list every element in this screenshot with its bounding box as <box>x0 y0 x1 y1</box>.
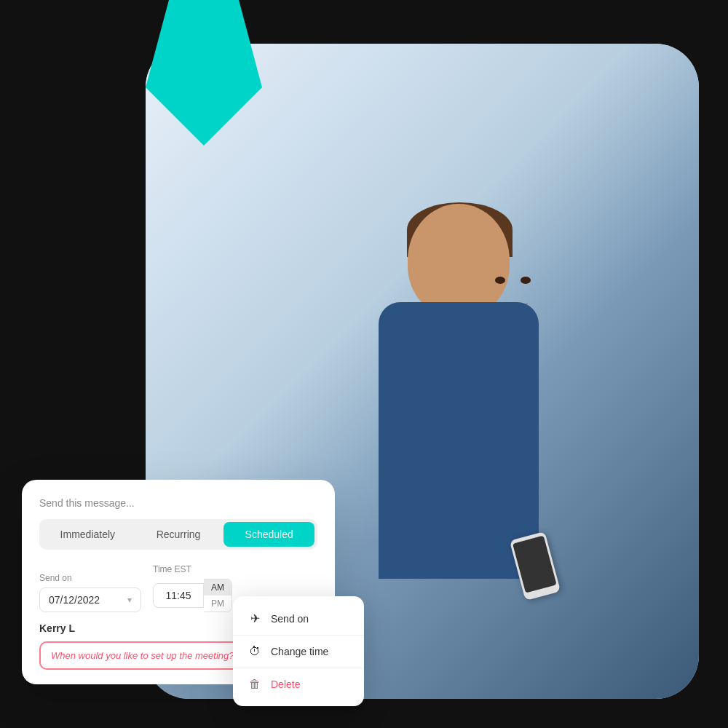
time-label: Time EST <box>153 564 232 574</box>
person-phone <box>510 531 561 601</box>
person-head <box>408 204 510 317</box>
send-on-group: Send on 07/12/2022 ▾ <box>39 573 141 612</box>
tab-recurring[interactable]: Recurring <box>133 522 224 547</box>
time-input[interactable] <box>153 583 204 608</box>
time-group: Time EST AM PM <box>153 564 232 612</box>
contact-name: Kerry L <box>39 622 75 634</box>
am-button[interactable]: AM <box>204 579 232 596</box>
chevron-down-icon: ▾ <box>127 595 132 605</box>
menu-item-delete[interactable]: 🗑 Delete <box>233 670 364 699</box>
scene: Send this message... Immediately Recurri… <box>0 0 728 728</box>
menu-delete-label: Delete <box>271 678 300 690</box>
menu-divider-1 <box>233 635 364 636</box>
menu-send-on-label: Send on <box>271 613 309 625</box>
am-pm-group: AM PM <box>204 579 232 612</box>
person-eye-left <box>495 277 505 284</box>
trash-icon: 🗑 <box>248 678 262 691</box>
menu-divider-2 <box>233 668 364 668</box>
clock-icon: ⏱ <box>248 645 262 658</box>
person-eye-right <box>521 277 531 284</box>
person-figure <box>335 189 626 699</box>
menu-item-send-on[interactable]: ✈ Send on <box>233 604 364 633</box>
message-text: When would you like to set up the meetin… <box>51 650 234 661</box>
tab-scheduled[interactable]: Scheduled <box>223 522 314 547</box>
context-menu: ✈ Send on ⏱ Change time 🗑 Delete <box>233 596 364 706</box>
tab-immediately[interactable]: Immediately <box>42 522 133 547</box>
date-value: 07/12/2022 <box>49 594 100 606</box>
menu-change-time-label: Change time <box>271 646 328 657</box>
person-body <box>379 302 539 579</box>
pm-button[interactable]: PM <box>204 596 232 612</box>
time-picker: AM PM <box>153 579 232 612</box>
send-on-icon: ✈ <box>248 612 262 625</box>
tab-row: Immediately Recurring Scheduled <box>39 519 317 550</box>
date-picker[interactable]: 07/12/2022 ▾ <box>39 587 141 612</box>
card-label: Send this message... <box>39 497 317 509</box>
send-on-label: Send on <box>39 573 141 583</box>
menu-item-change-time[interactable]: ⏱ Change time <box>233 637 364 666</box>
